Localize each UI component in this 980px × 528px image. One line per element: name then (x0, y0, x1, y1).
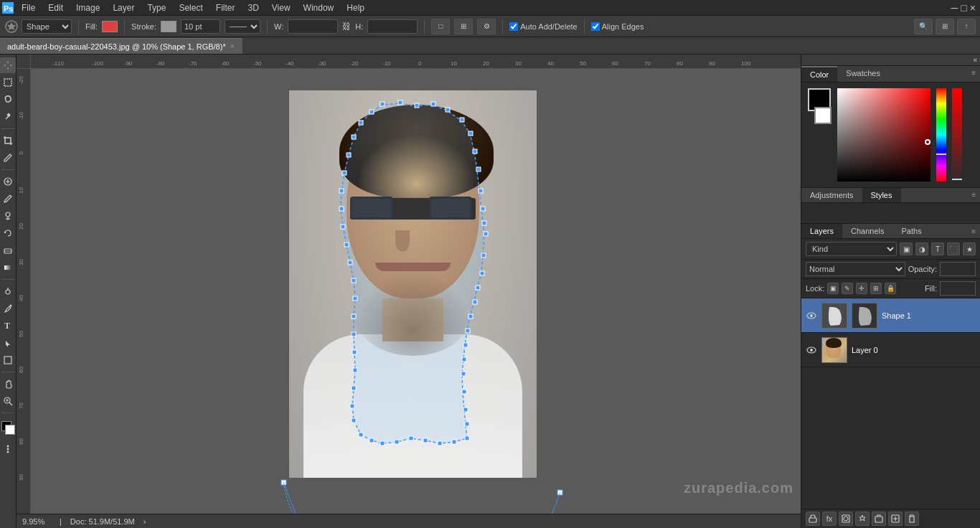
layer-link-btn[interactable] (806, 512, 820, 526)
align-edges-checkbox[interactable] (591, 22, 600, 31)
path-select-tool[interactable] (0, 335, 16, 351)
window-minimize[interactable]: ─ (951, 2, 958, 14)
auto-add-delete-checkbox[interactable] (509, 22, 518, 31)
alpha-slider[interactable] (952, 88, 962, 182)
layer-mask-btn[interactable] (839, 512, 853, 526)
menu-window[interactable]: Window (298, 1, 340, 14)
menu-3d[interactable]: 3D (242, 1, 264, 14)
hue-slider[interactable] (936, 88, 946, 182)
path-combine-icon[interactable]: □ (431, 19, 450, 34)
link-dimensions-icon[interactable]: ⛓ (342, 22, 351, 32)
adjustments-tab[interactable]: Adjustments (801, 188, 862, 202)
menu-file[interactable]: File (16, 1, 41, 14)
lock-artboard-btn[interactable]: ⊞ (870, 283, 882, 294)
layer-item-layer0[interactable]: Layer 0 (801, 333, 980, 367)
filter-shape-icon[interactable]: ⬛ (947, 242, 960, 255)
menu-help[interactable]: Help (341, 1, 370, 14)
layer-item-shape1[interactable]: Shape 1 (801, 298, 980, 333)
blend-mode-select[interactable]: Normal Dissolve Multiply Screen Overlay … (806, 262, 905, 276)
hand-tool[interactable] (0, 376, 16, 392)
window-maximize[interactable]: □ (961, 2, 966, 14)
heal-tool[interactable] (0, 174, 16, 189)
stroke-style-select[interactable]: ───── - - - ····· (225, 19, 260, 34)
menu-select[interactable]: Select (173, 1, 208, 14)
lock-all-btn[interactable]: 🔒 (885, 283, 896, 294)
search-btn[interactable]: 🔍 (914, 19, 933, 34)
filter-adj-icon[interactable]: ◑ (915, 242, 928, 255)
lock-position-btn[interactable]: ✛ (856, 283, 867, 294)
lock-image-btn[interactable]: ✎ (842, 283, 853, 294)
tab-close-btn[interactable]: × (230, 42, 235, 50)
bezier-anchor-3[interactable] (557, 490, 562, 495)
shape-tool[interactable] (0, 352, 16, 368)
layers-tab-btn[interactable]: Layers (801, 224, 842, 238)
paths-tab-btn[interactable]: Paths (893, 224, 930, 238)
background-swatch[interactable] (814, 107, 831, 124)
stroke-color-swatch[interactable] (161, 21, 176, 32)
more-tools[interactable] (0, 441, 16, 457)
workspace-btn[interactable]: ⊞ (936, 19, 954, 34)
menu-image[interactable]: Image (70, 1, 105, 14)
swatches-tab[interactable]: Swatches (837, 66, 889, 82)
canvas-area[interactable]: -110 -100 -90 -80 -70 -60 -50 -40 -30 -2… (17, 55, 801, 528)
bezier-anchor-1[interactable] (281, 480, 286, 485)
color-panel-menu-btn[interactable]: ≡ (967, 66, 980, 82)
select-rect-tool[interactable] (0, 75, 16, 90)
doc-info-expand[interactable]: › (143, 517, 146, 526)
menu-type[interactable]: Type (141, 1, 171, 14)
pen-tool[interactable] (0, 301, 16, 316)
path-align-icon[interactable]: ⊞ (454, 19, 473, 34)
layer-eye-shape1[interactable] (806, 310, 817, 321)
layer-kind-select[interactable]: Kind Name Effect Mode Attribute Color Sm… (806, 242, 897, 256)
clone-stamp-tool[interactable] (0, 208, 16, 224)
gradient-tool[interactable] (0, 260, 16, 275)
eyedropper-tool[interactable] (0, 150, 16, 166)
shape-type-select[interactable]: Shape Path Pixels (22, 19, 72, 34)
share-btn[interactable]: ↑ (957, 19, 976, 34)
align-edges-label[interactable]: Align Edges (591, 22, 644, 31)
auto-add-delete-label[interactable]: Auto Add/Delete (509, 22, 578, 31)
layer-effects-btn[interactable]: fx (822, 512, 837, 526)
zoom-tool[interactable] (0, 393, 16, 409)
background-color[interactable] (5, 425, 15, 435)
width-input[interactable]: 4082 px (288, 19, 338, 34)
type-tool[interactable]: T (0, 318, 16, 334)
fill-input[interactable]: 100% (940, 281, 976, 296)
path-settings-icon[interactable]: ⚙ (477, 19, 496, 34)
menu-filter[interactable]: Filter (210, 1, 241, 14)
eraser-tool[interactable] (0, 242, 16, 258)
filter-type-icon[interactable]: T (931, 242, 944, 255)
layer-new-btn[interactable] (888, 512, 903, 526)
dodge-tool[interactable] (0, 283, 16, 299)
layer-group-btn[interactable] (872, 512, 886, 526)
stroke-size-input[interactable] (181, 19, 220, 34)
lasso-tool[interactable] (0, 92, 16, 108)
menu-edit[interactable]: Edit (42, 1, 69, 14)
filter-smart-icon[interactable]: ★ (963, 242, 976, 255)
move-tool[interactable] (0, 57, 16, 73)
channels-tab-btn[interactable]: Channels (842, 224, 892, 238)
crop-tool[interactable] (0, 133, 16, 148)
color-gradient-picker[interactable] (837, 88, 930, 182)
layer-eye-layer0[interactable] (806, 344, 817, 356)
brush-tool[interactable] (0, 191, 16, 207)
fill-color-swatch[interactable] (102, 21, 118, 32)
styles-tab[interactable]: Styles (862, 188, 901, 202)
adjustments-menu-btn[interactable]: ≡ (967, 188, 980, 202)
color-tab[interactable]: Color (801, 66, 837, 82)
layers-menu-btn[interactable]: ≡ (967, 225, 980, 238)
opacity-input[interactable]: 100% (940, 262, 976, 276)
filter-pixel-icon[interactable]: ▣ (900, 242, 913, 255)
menu-view[interactable]: View (266, 1, 296, 14)
window-close[interactable]: × (970, 2, 976, 14)
layer-adj-btn[interactable] (855, 512, 870, 526)
color-picker-cursor[interactable] (925, 139, 930, 145)
menu-layer[interactable]: Layer (107, 1, 140, 14)
layer-delete-btn[interactable] (905, 512, 919, 526)
document-tab[interactable]: adult-beard-boy-casual-220453.jpg @ 10% … (0, 38, 242, 54)
lock-transparent-btn[interactable]: ▣ (827, 283, 839, 294)
height-input[interactable]: 5067 px (367, 19, 418, 34)
magic-wand-tool[interactable] (0, 109, 16, 125)
panel-collapse-btn[interactable]: « (973, 56, 977, 64)
history-brush-tool[interactable] (0, 225, 16, 241)
